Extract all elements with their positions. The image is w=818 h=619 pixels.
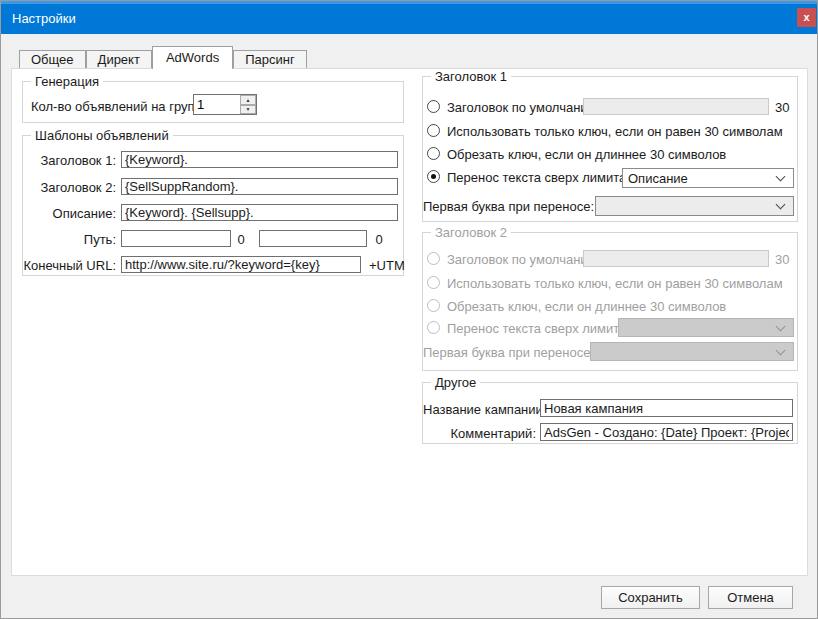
header2-group-title: Заголовок 2: [431, 225, 511, 240]
h2-first-letter-combobox: [590, 342, 794, 361]
comment-label: Комментарий:: [423, 426, 536, 441]
h2-default-label: Заголовок по умолчанию:: [447, 252, 601, 267]
h2-default-radio: [427, 252, 440, 265]
settings-window: Настройки x Общее Директ AdWords Парсинг…: [0, 0, 818, 619]
ads-per-group-spinner: ▲ ▼: [193, 94, 257, 115]
other-group-title: Другое: [431, 375, 480, 390]
window-title: Настройки: [12, 1, 76, 34]
path1-input[interactable]: [121, 230, 231, 247]
h2-overflow-radio: [427, 321, 440, 334]
ads-per-group-input[interactable]: [194, 95, 240, 114]
h1-default-radio[interactable]: [427, 100, 440, 113]
tab-strip: Общее Директ AdWords Парсинг: [19, 45, 307, 68]
tab-parsing[interactable]: Парсинг: [233, 50, 307, 68]
templates-group-title: Шаблоны объявлений: [31, 128, 173, 143]
header1-template-input[interactable]: [121, 151, 398, 168]
h2-key-equal-radio: [427, 276, 440, 289]
spinner-down-button[interactable]: ▼: [240, 105, 256, 115]
campaign-name-input[interactable]: [540, 399, 793, 417]
save-button[interactable]: Сохранить: [601, 586, 700, 609]
spinner-up-button[interactable]: ▲: [240, 95, 256, 105]
h1-trim-label: Обрезать ключ, если он длиннее 30 символ…: [447, 147, 726, 162]
chevron-down-icon: [776, 172, 786, 182]
h2-overflow-label: Перенос текста сверх лимита в:: [447, 321, 640, 336]
path1-counter: 0: [229, 232, 253, 247]
header1-group: Заголовок 1 Заголовок по умолчанию: 30 И…: [422, 76, 798, 222]
chevron-down-icon: [776, 345, 786, 355]
h2-first-letter-label: Первая буква при переносе:: [423, 345, 590, 360]
header1-template-label: Заголовок 1:: [23, 153, 116, 168]
path2-counter: 0: [367, 232, 391, 247]
chevron-down-icon: [776, 200, 786, 210]
h1-key-equal-radio[interactable]: [427, 124, 440, 137]
generation-group-title: Генерация: [31, 74, 103, 89]
tab-obshchee[interactable]: Общее: [19, 50, 86, 68]
spinner-buttons: ▲ ▼: [240, 95, 256, 114]
tab-page-adwords: Генерация Кол-во объявлений на группу: ▲…: [11, 68, 808, 576]
h2-trim-radio: [427, 299, 440, 312]
spin-down-icon: ▼: [246, 106, 251, 112]
h1-key-equal-label: Использовать только ключ, если он равен …: [447, 124, 783, 139]
final-url-input[interactable]: [121, 256, 361, 273]
h1-overflow-radio[interactable]: [427, 170, 440, 183]
header2-template-input[interactable]: [121, 178, 398, 195]
radio-dot: [431, 174, 436, 179]
final-url-label: Конечный URL:: [23, 258, 116, 273]
h1-default-input: [583, 98, 769, 115]
h2-key-equal-label: Использовать только ключ, если он равен …: [447, 276, 783, 291]
comment-input[interactable]: [540, 423, 793, 441]
path-label: Путь:: [23, 232, 116, 247]
h2-trim-label: Обрезать ключ, если он длиннее 30 символ…: [447, 299, 726, 314]
description-template-label: Описание:: [23, 206, 116, 221]
ads-per-group-label: Кол-во объявлений на группу:: [31, 99, 212, 114]
templates-group: Шаблоны объявлений Заголовок 1: Заголово…: [22, 135, 404, 276]
h1-trim-radio[interactable]: [427, 147, 440, 160]
header2-template-label: Заголовок 2:: [23, 180, 116, 195]
chevron-down-icon: [776, 321, 786, 331]
h1-first-letter-label: Первая буква при переносе:: [423, 199, 590, 214]
tab-direkt[interactable]: Директ: [86, 50, 152, 68]
header1-group-title: Заголовок 1: [431, 69, 511, 84]
h2-default-limit: 30: [775, 252, 789, 267]
close-button[interactable]: x: [797, 8, 816, 27]
h2-default-input: [583, 250, 769, 267]
other-group: Другое Название кампании: Комментарий:: [422, 382, 798, 444]
close-icon: x: [803, 11, 809, 23]
titlebar[interactable]: Настройки x: [1, 1, 817, 34]
spin-up-icon: ▲: [246, 97, 251, 103]
campaign-name-label: Название кампании:: [423, 402, 536, 417]
h1-overflow-label: Перенос текста сверх лимита в:: [447, 170, 640, 185]
header2-group: Заголовок 2 Заголовок по умолчанию: 30 И…: [422, 232, 798, 371]
combobox-value: Описание: [623, 171, 777, 186]
h2-overflow-combobox: [618, 318, 794, 337]
description-template-input[interactable]: [121, 204, 398, 221]
path2-input[interactable]: [259, 230, 367, 247]
tab-adwords[interactable]: AdWords: [152, 46, 233, 69]
generation-group: Генерация Кол-во объявлений на группу: ▲…: [22, 81, 404, 123]
cancel-button[interactable]: Отмена: [708, 586, 793, 609]
h1-first-letter-combobox[interactable]: [595, 196, 794, 216]
h1-default-label: Заголовок по умолчанию:: [447, 100, 601, 115]
h1-overflow-combobox[interactable]: Описание: [622, 168, 794, 188]
utm-suffix-label: +UTM: [369, 258, 405, 273]
h1-default-limit: 30: [775, 100, 789, 115]
